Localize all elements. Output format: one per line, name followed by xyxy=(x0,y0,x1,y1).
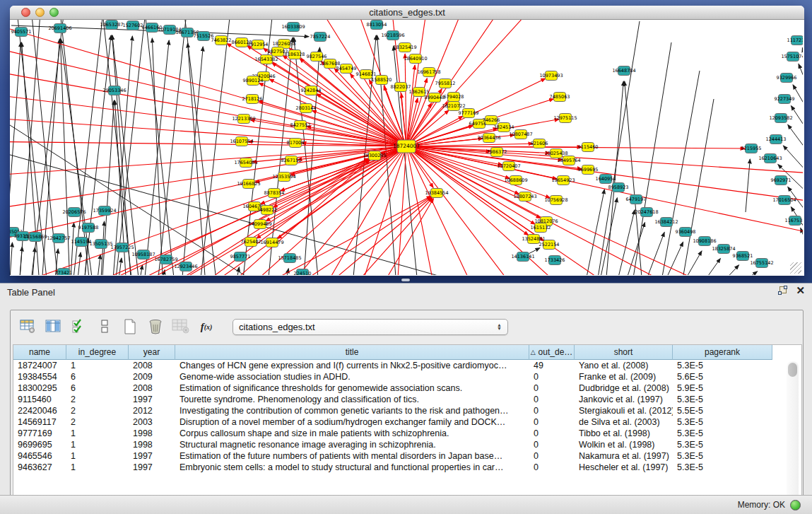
graph-node[interactable]: 17957225 xyxy=(110,243,134,252)
graph-node[interactable]: 20691406 xyxy=(48,24,71,33)
graph-node[interactable]: 14099489 xyxy=(248,220,271,229)
graph-node[interactable]: 8813054 xyxy=(367,21,387,30)
graph-node[interactable]: 9368521 xyxy=(733,252,753,261)
graph-node[interactable]: 13505135 xyxy=(89,240,112,249)
graph-node[interactable]: 2718126 xyxy=(242,95,263,104)
close-panel-icon[interactable]: ✕ xyxy=(796,286,805,296)
graph-node[interactable]: 17654085 xyxy=(234,158,257,168)
graph-node[interactable]: 15718485 xyxy=(278,254,301,263)
graph-node[interactable]: 6479197 xyxy=(626,195,647,204)
graph-node[interactable]: 7463822 xyxy=(211,36,232,45)
graph-node[interactable]: 12975115 xyxy=(553,114,577,123)
window-resize-grip[interactable] xyxy=(790,262,801,274)
graph-node[interactable]: 16210643 xyxy=(758,154,782,163)
graph-node[interactable]: 10807487 xyxy=(509,130,532,139)
graph-node[interactable]: 1588520 xyxy=(372,76,392,85)
graph-node[interactable]: 12923446 xyxy=(174,262,197,271)
column-header-out-degree[interactable]: △out_de… xyxy=(529,345,575,360)
table-mode-icon[interactable] xyxy=(19,318,37,335)
scrollbar-thumb[interactable] xyxy=(788,363,797,377)
graph-node[interactable]: 2522154 xyxy=(539,240,560,250)
graph-node[interactable]: 7955812 xyxy=(435,79,456,88)
graph-node[interactable]: 9360498 xyxy=(676,228,696,237)
graph-node[interactable]: 9405571 xyxy=(11,28,32,37)
graph-node[interactable]: 12942757 xyxy=(47,234,70,243)
table-row[interactable]: 1872400712008Changes of HCN gene express… xyxy=(13,360,801,371)
graph-node[interactable]: 16033809 xyxy=(281,23,305,32)
splitter-grip[interactable] xyxy=(401,279,410,281)
graph-node[interactable]: 9329966 xyxy=(777,74,797,83)
column-header-short[interactable]: short xyxy=(575,345,673,360)
graph-node[interactable]: 9857771 xyxy=(230,252,251,262)
graph-node[interactable]: 1167531 xyxy=(785,216,803,226)
table-row[interactable]: 946362711997Embryonic stem cells: a mode… xyxy=(13,462,801,473)
graph-node[interactable]: 20364436 xyxy=(477,134,500,143)
graph-node[interactable]: 10958187 xyxy=(131,250,155,259)
graph-node[interactable]: 9692971 xyxy=(771,176,792,185)
column-header-in-degree[interactable]: in_degree xyxy=(66,345,129,360)
table-row[interactable]: 2242004622012Investigating the contribut… xyxy=(13,405,801,416)
graph-node[interactable]: 16914479 xyxy=(260,238,283,247)
graph-node[interactable]: 18807243 xyxy=(513,192,536,201)
graph-node[interactable]: 16755142 xyxy=(750,259,773,268)
graph-node[interactable]: 16384212 xyxy=(654,218,678,227)
graph-node[interactable]: 7857224 xyxy=(310,33,331,42)
graph-node[interactable]: 15751074 xyxy=(781,52,803,62)
minimize-window-button[interactable] xyxy=(35,8,45,17)
graph-node[interactable]: 9197588 xyxy=(78,223,99,233)
graph-node[interactable]: 29053346 xyxy=(102,86,126,95)
row-height-icon[interactable] xyxy=(95,318,114,335)
graph-node[interactable]: 18495764 xyxy=(557,156,580,165)
graph-node[interactable]: 9115460 xyxy=(578,143,599,152)
graph-node[interactable]: 12093582 xyxy=(769,114,792,123)
graph-node[interactable]: 18640910 xyxy=(404,54,427,64)
graph-node[interactable]: 9242844 xyxy=(301,86,322,95)
graph-node[interactable]: 8454749 xyxy=(336,64,357,74)
graph-node[interactable]: 8822037 xyxy=(391,83,411,92)
table-vertical-scrollbar[interactable] xyxy=(787,361,799,514)
graph-node[interactable]: 8878354 xyxy=(264,189,285,198)
graph-node[interactable]: 18325874 xyxy=(712,245,735,254)
graph-node[interactable]: 1527602 xyxy=(123,21,143,30)
graph-node[interactable]: 1733426 xyxy=(545,256,565,265)
graph-node[interactable]: 18325419 xyxy=(393,43,416,52)
graph-node[interactable]: 17016504 xyxy=(772,196,796,205)
graph-node[interactable]: 621606 xyxy=(531,139,548,148)
graph-node[interactable]: 16543382 xyxy=(254,55,278,64)
graph-node[interactable]: 12213369 xyxy=(232,115,255,124)
graph-node[interactable]: 9227349 xyxy=(775,95,795,104)
graph-node[interactable]: 1117234 xyxy=(787,36,803,45)
graph-node[interactable]: 8267150 xyxy=(281,156,302,165)
column-header-year[interactable]: year xyxy=(129,345,175,360)
column-header-pagerank[interactable]: pagerank xyxy=(673,345,772,360)
graph-node[interactable]: 8990448 xyxy=(425,93,445,103)
graph-node[interactable]: 10908186 xyxy=(693,237,716,246)
graph-node[interactable]: 817004 xyxy=(287,139,305,148)
graph-node[interactable]: 16961758 xyxy=(417,68,440,77)
table-row[interactable]: 969969511998Structural magnetic resonanc… xyxy=(13,439,801,450)
column-header-name[interactable]: name xyxy=(13,345,66,360)
graph-node[interactable]: 16210722 xyxy=(442,102,465,111)
graph-node[interactable]: 12353594 xyxy=(272,173,295,182)
table-row[interactable]: 1456911722003Disruption of a novel membe… xyxy=(13,416,801,428)
graph-node[interactable]: 773421 xyxy=(55,269,73,276)
graph-node[interactable]: 19654923 xyxy=(551,176,575,185)
close-window-button[interactable] xyxy=(21,8,30,17)
table-row[interactable]: 911546021997Tourette syndrome. Phenomeno… xyxy=(13,394,801,405)
graph-node[interactable]: 19166825 xyxy=(237,180,260,189)
graph-node[interactable]: 10973493 xyxy=(539,71,563,81)
graph-node[interactable]: 6794028 xyxy=(444,93,464,102)
graph-node[interactable]: 9699695 xyxy=(578,165,599,175)
graph-node[interactable]: 1244413 xyxy=(766,135,787,144)
graph-node[interactable]: 1640954 xyxy=(596,175,616,184)
graph-node[interactable]: 7485063 xyxy=(550,93,570,102)
graph-node[interactable]: 10688609 xyxy=(504,176,527,185)
function-builder-icon[interactable]: f(x) xyxy=(197,318,216,335)
table-row[interactable]: 1830029562008Estimation of significance … xyxy=(13,382,801,394)
graph-node[interactable]: 10653287 xyxy=(100,21,123,30)
table-row[interactable]: 946554611997Estimation of the future num… xyxy=(13,450,801,462)
graph-node[interactable]: 2803144 xyxy=(296,104,317,113)
select-all-icon[interactable] xyxy=(70,318,88,335)
new-column-icon[interactable] xyxy=(121,318,139,335)
graph-node[interactable]: 9777169 xyxy=(459,109,479,118)
